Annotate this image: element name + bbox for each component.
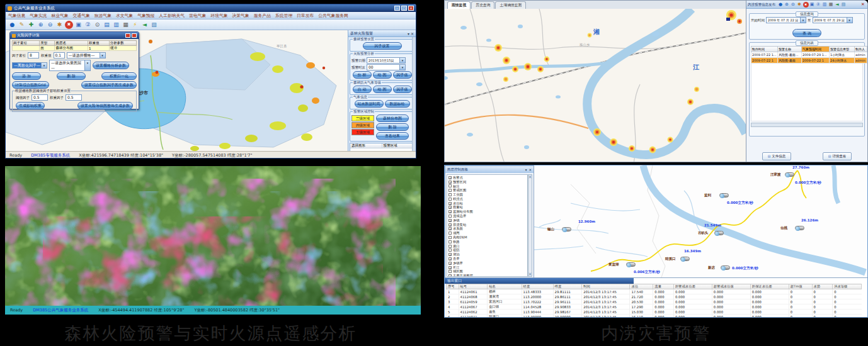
raster-select[interactable]: —请选择栅格— xyxy=(67,52,106,59)
factor-column-header[interactable]: 类型 xyxy=(40,41,55,46)
output-column-header[interactable]: 水位 xyxy=(630,284,653,289)
layer-item[interactable]: 高程DEM xyxy=(448,235,526,240)
date-from-select[interactable]: 2009 年 07 月 22 日 xyxy=(766,17,806,23)
weather-button[interactable]: 数据标绘 xyxy=(385,100,410,108)
collapse-icon[interactable]: ▾ xyxy=(525,168,527,172)
menu-item[interactable]: 日常发布 xyxy=(297,13,314,19)
layer-checkbox[interactable] xyxy=(448,215,452,218)
zoom-in-icon[interactable]: ⊕ xyxy=(784,2,790,8)
minimize-button[interactable]: – xyxy=(394,6,400,11)
factor-settings-button[interactable]: 因子设置 xyxy=(363,42,402,50)
warning-info-row[interactable]: 2009-07-22 1风险图-暴雨2009-07-22 124小时降水admi… xyxy=(751,58,867,64)
output-column-header[interactable]: 站号 xyxy=(459,284,488,289)
output-column-header[interactable]: 站名 xyxy=(488,284,522,289)
discrete-factor-select[interactable]: —离散化因子— xyxy=(12,62,47,69)
page-two-icon[interactable]: ② xyxy=(84,21,92,29)
print-icon[interactable]: ▦ xyxy=(828,2,834,8)
image-export-icon[interactable]: ▧ xyxy=(841,2,847,8)
factor-column-header[interactable]: 图层名 xyxy=(55,41,88,46)
station-row[interactable]: 241124068潘家湾113.2000029.86111 2014/12/3 … xyxy=(447,294,862,299)
panel-close-icon[interactable]: ✕ xyxy=(860,2,866,8)
col-make-time[interactable]: 制作时间 xyxy=(751,47,778,52)
layer-checkbox[interactable] xyxy=(448,236,452,239)
col-warning-name[interactable]: 预警名称 xyxy=(778,47,802,52)
station-pill-icon[interactable] xyxy=(795,226,804,230)
panel-close-icon[interactable]: ✕ xyxy=(528,168,532,172)
print-icon[interactable]: ▦ xyxy=(122,21,130,29)
rain-map-viewport[interactable]: 湘 江 株山乡 xyxy=(445,9,747,162)
station-row[interactable]: 541124062嘉鱼113.9044429.98167 2014/12/3 1… xyxy=(447,310,862,315)
map-tab[interactable]: 土壤墒情监测 xyxy=(495,1,526,9)
col-forecast-time[interactable]: 气象预报时间 xyxy=(802,47,830,52)
stop-icon[interactable]: ✖ xyxy=(803,2,809,8)
station-pill-icon[interactable] xyxy=(785,172,794,177)
detail-view-button[interactable]: 详情查看 xyxy=(823,152,852,160)
panel-titlebar[interactable]: 森林火险预警 ▾ ✕ xyxy=(348,30,416,37)
output-column-header[interactable]: 超Tm值 xyxy=(789,284,812,289)
col-info-type[interactable]: 预警信息类型 xyxy=(830,47,855,52)
grade-button[interactable]: 因子值 xyxy=(393,86,412,93)
normalize-weights-button[interactable]: 权重归一化 xyxy=(101,72,137,80)
layer-checkbox[interactable] xyxy=(448,210,452,213)
identify-icon[interactable]: ⊙ xyxy=(93,21,101,29)
query-button[interactable]: 查 询 xyxy=(792,29,821,37)
layer-checkbox[interactable] xyxy=(448,266,452,269)
station-pill-icon[interactable] xyxy=(714,231,724,235)
map-tab[interactable]: 雨情监视 xyxy=(447,1,471,9)
station-row[interactable]: 361124059富池河口113.7022229.96111 2014/12/3… xyxy=(447,299,862,304)
layer-checkbox[interactable] xyxy=(448,219,452,222)
warning-time-select[interactable]: 00 xyxy=(367,64,406,70)
layer-checkbox[interactable] xyxy=(448,257,452,260)
region-button[interactable]: 查看结果 xyxy=(376,132,409,140)
measure-icon[interactable]: ✎ xyxy=(18,21,26,29)
menu-item[interactable]: 气象信息 xyxy=(8,13,25,19)
image-export-icon[interactable]: ▧ xyxy=(150,21,158,29)
output-column-header[interactable]: 时间 xyxy=(582,284,630,289)
layer-checkbox[interactable] xyxy=(448,240,452,243)
zoom-out-icon[interactable]: ⊖ xyxy=(791,2,796,8)
factor-column-header[interactable]: 权重值 xyxy=(88,41,110,46)
menu-item[interactable]: 气象实况 xyxy=(30,13,47,19)
panel-close-icon[interactable]: ✕ xyxy=(411,31,414,36)
station-pill-icon[interactable] xyxy=(719,193,729,198)
full-extent-icon[interactable]: ▣ xyxy=(74,21,83,29)
menu-item[interactable]: 气象预报 xyxy=(137,13,154,19)
layer-checkbox[interactable] xyxy=(448,206,452,209)
station-row[interactable]: 441124067金口镇114.0452829.90833 2014/12/3 … xyxy=(447,304,862,310)
layer-checkbox[interactable] xyxy=(448,202,452,205)
map-view-icon[interactable]: ▤ xyxy=(103,21,111,29)
file-info-button[interactable]: 文件信息 xyxy=(762,152,792,160)
factor-row[interactable]: 面森林分布图1缓冲 xyxy=(13,46,137,51)
layer-checkbox[interactable] xyxy=(448,248,452,252)
menu-item[interactable]: 服务产品 xyxy=(254,13,271,19)
layer-checkbox[interactable] xyxy=(448,262,452,265)
menu-item[interactable]: 雷电气象 xyxy=(189,13,206,19)
layer-checkbox[interactable] xyxy=(448,184,452,187)
weight2-input[interactable]: 0.5 xyxy=(66,94,82,101)
menu-item[interactable]: 人工影响天气 xyxy=(159,13,185,19)
menu-item[interactable]: 环境气象 xyxy=(210,13,227,19)
full-extent-icon[interactable]: ▣ xyxy=(809,2,815,8)
layer-item[interactable]: 乡镇界 xyxy=(448,261,526,265)
region-list-header[interactable]: 预警区域 xyxy=(382,143,414,148)
add-factor-button[interactable]: 添 加 xyxy=(12,72,41,80)
calc-grid-button[interactable]: 计算综合指数Grid xyxy=(12,81,49,89)
date-to-select[interactable]: 2009 年 07 月 29 日 xyxy=(813,17,853,23)
output-column-header[interactable]: 水势 xyxy=(812,284,833,289)
stop-icon[interactable]: ✖ xyxy=(65,21,73,29)
output-column-header[interactable]: 经度 xyxy=(522,284,553,289)
layer-checkbox[interactable] xyxy=(448,223,452,226)
layer-checkbox[interactable] xyxy=(448,176,452,179)
layers-icon[interactable]: ▥ xyxy=(112,21,120,29)
output-panel-title[interactable]: 输出窗口 xyxy=(445,278,634,284)
menu-item[interactable]: 水文气象 xyxy=(116,13,133,19)
layer-checkbox[interactable] xyxy=(448,232,452,235)
station-pill-icon[interactable] xyxy=(562,227,571,232)
set-index-map-button[interactable]: 设置综合指数因子图生成参数 xyxy=(81,81,137,89)
lightning-pin-icon[interactable]: ⚡ xyxy=(131,21,139,29)
close-button[interactable]: ✕ xyxy=(408,6,414,11)
threshold-input[interactable]: 0.5 xyxy=(31,94,48,101)
globe-icon[interactable]: ● xyxy=(778,2,784,8)
factor-index-input[interactable]: 8 xyxy=(28,52,39,59)
layer-item[interactable]: 流域边界 xyxy=(448,214,526,218)
